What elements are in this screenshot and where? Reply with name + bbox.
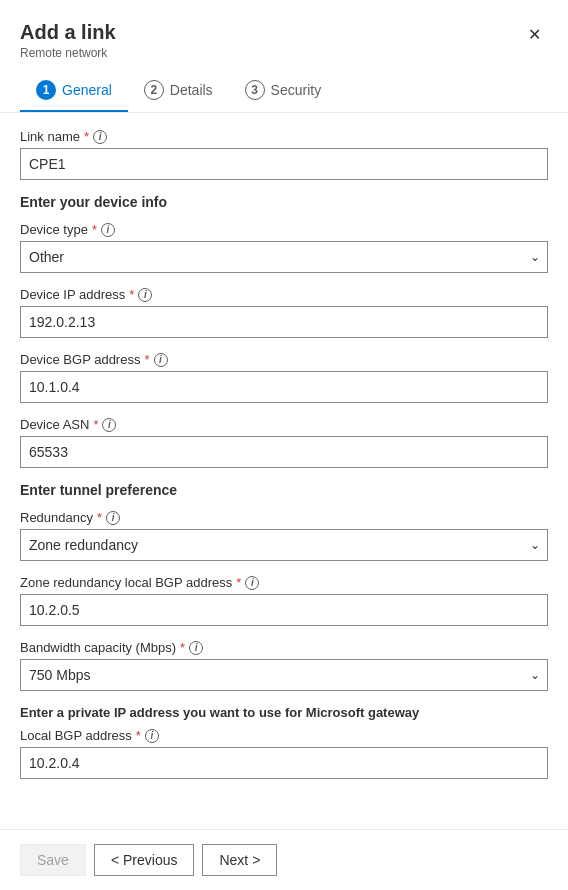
- zone-bgp-group: Zone redundancy local BGP address * i: [20, 575, 548, 626]
- device-type-required: *: [92, 222, 97, 237]
- device-ip-info-icon: i: [138, 288, 152, 302]
- device-info-title: Enter your device info: [20, 194, 548, 210]
- local-bgp-input[interactable]: [20, 747, 548, 779]
- local-bgp-label: Local BGP address * i: [20, 728, 548, 743]
- tab-general[interactable]: 1 General: [20, 70, 128, 112]
- form-content: Link name * i Enter your device info Dev…: [0, 113, 568, 829]
- link-name-info-icon: i: [93, 130, 107, 144]
- dialog-title: Add a link: [20, 20, 116, 44]
- device-asn-input[interactable]: [20, 436, 548, 468]
- device-bgp-info-icon: i: [154, 353, 168, 367]
- tab-security-number: 3: [245, 80, 265, 100]
- device-ip-label: Device IP address * i: [20, 287, 548, 302]
- bandwidth-select[interactable]: 250 Mbps 500 Mbps 750 Mbps 1 Gbps: [20, 659, 548, 691]
- close-icon: ✕: [528, 25, 541, 44]
- device-asn-required: *: [93, 417, 98, 432]
- bandwidth-info-icon: i: [189, 641, 203, 655]
- tab-details-label: Details: [170, 82, 213, 98]
- bandwidth-label: Bandwidth capacity (Mbps) * i: [20, 640, 548, 655]
- tunnel-preference-title: Enter tunnel preference: [20, 482, 548, 498]
- header-text: Add a link Remote network: [20, 20, 116, 60]
- previous-button[interactable]: < Previous: [94, 844, 195, 876]
- add-link-dialog: Add a link Remote network ✕ 1 General 2 …: [0, 0, 568, 890]
- zone-bgp-input[interactable]: [20, 594, 548, 626]
- device-type-info-icon: i: [101, 223, 115, 237]
- close-button[interactable]: ✕: [520, 20, 548, 48]
- device-ip-input[interactable]: [20, 306, 548, 338]
- tab-security-label: Security: [271, 82, 322, 98]
- local-bgp-required: *: [136, 728, 141, 743]
- tab-general-number: 1: [36, 80, 56, 100]
- redundancy-label: Redundancy * i: [20, 510, 548, 525]
- local-bgp-group: Local BGP address * i: [20, 728, 548, 779]
- zone-bgp-required: *: [236, 575, 241, 590]
- link-name-group: Link name * i: [20, 129, 548, 180]
- redundancy-group: Redundancy * i Zone redundancy No redund…: [20, 510, 548, 561]
- dialog-subtitle: Remote network: [20, 46, 116, 60]
- device-asn-info-icon: i: [102, 418, 116, 432]
- link-name-input[interactable]: [20, 148, 548, 180]
- device-bgp-group: Device BGP address * i: [20, 352, 548, 403]
- redundancy-select-wrapper: Zone redundancy No redundancy ⌄: [20, 529, 548, 561]
- device-bgp-required: *: [144, 352, 149, 367]
- device-type-label: Device type * i: [20, 222, 548, 237]
- redundancy-info-icon: i: [106, 511, 120, 525]
- save-button[interactable]: Save: [20, 844, 86, 876]
- device-bgp-input[interactable]: [20, 371, 548, 403]
- dialog-footer: Save < Previous Next >: [0, 829, 568, 890]
- tabs-container: 1 General 2 Details 3 Security: [0, 70, 568, 113]
- link-name-required: *: [84, 129, 89, 144]
- device-type-group: Device type * i Other Cisco Palo Alto Ne…: [20, 222, 548, 273]
- device-asn-group: Device ASN * i: [20, 417, 548, 468]
- dialog-header: Add a link Remote network ✕: [0, 0, 568, 70]
- device-type-select-wrapper: Other Cisco Palo Alto Networks Barracuda…: [20, 241, 548, 273]
- bandwidth-required: *: [180, 640, 185, 655]
- bandwidth-select-wrapper: 250 Mbps 500 Mbps 750 Mbps 1 Gbps ⌄: [20, 659, 548, 691]
- tab-security[interactable]: 3 Security: [229, 70, 338, 112]
- gateway-title: Enter a private IP address you want to u…: [20, 705, 548, 720]
- local-bgp-info-icon: i: [145, 729, 159, 743]
- tab-details-number: 2: [144, 80, 164, 100]
- device-asn-label: Device ASN * i: [20, 417, 548, 432]
- link-name-label: Link name * i: [20, 129, 548, 144]
- redundancy-required: *: [97, 510, 102, 525]
- zone-bgp-info-icon: i: [245, 576, 259, 590]
- tab-details[interactable]: 2 Details: [128, 70, 229, 112]
- device-bgp-label: Device BGP address * i: [20, 352, 548, 367]
- zone-bgp-label: Zone redundancy local BGP address * i: [20, 575, 548, 590]
- device-ip-group: Device IP address * i: [20, 287, 548, 338]
- device-type-select[interactable]: Other Cisco Palo Alto Networks Barracuda…: [20, 241, 548, 273]
- next-button[interactable]: Next >: [202, 844, 277, 876]
- device-ip-required: *: [129, 287, 134, 302]
- tab-general-label: General: [62, 82, 112, 98]
- redundancy-select[interactable]: Zone redundancy No redundancy: [20, 529, 548, 561]
- bandwidth-group: Bandwidth capacity (Mbps) * i 250 Mbps 5…: [20, 640, 548, 691]
